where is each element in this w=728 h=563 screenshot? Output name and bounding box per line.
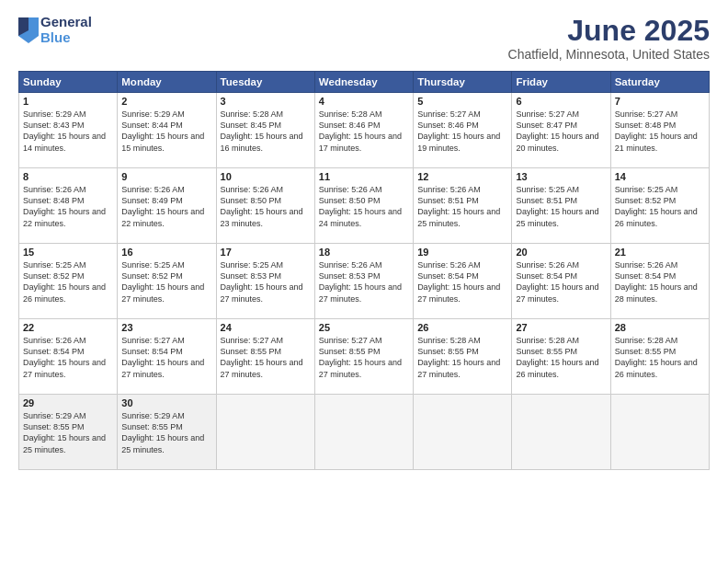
col-friday: Friday [512, 72, 610, 93]
calendar-cell: 8Sunrise: 5:26 AMSunset: 8:48 PMDaylight… [19, 168, 118, 244]
subtitle: Chatfield, Minnesota, United States [508, 47, 710, 62]
calendar-cell: 20Sunrise: 5:26 AMSunset: 8:54 PMDayligh… [512, 244, 610, 319]
cell-info: Sunrise: 5:25 AMSunset: 8:52 PMDaylight:… [121, 260, 204, 303]
calendar-cell: 21Sunrise: 5:26 AMSunset: 8:54 PMDayligh… [610, 244, 709, 319]
calendar-week-5: 29Sunrise: 5:29 AMSunset: 8:55 PMDayligh… [19, 395, 710, 470]
col-saturday: Saturday [610, 72, 709, 93]
calendar-cell: 3Sunrise: 5:28 AMSunset: 8:45 PMDaylight… [216, 93, 314, 168]
cell-info: Sunrise: 5:27 AMSunset: 8:55 PMDaylight:… [221, 336, 303, 378]
day-number: 20 [516, 247, 606, 258]
cell-info: Sunrise: 5:29 AMSunset: 8:44 PMDaylight:… [121, 109, 204, 152]
cell-info: Sunrise: 5:28 AMSunset: 8:55 PMDaylight:… [516, 336, 598, 378]
calendar-cell: 13Sunrise: 5:25 AMSunset: 8:51 PMDayligh… [512, 168, 610, 244]
calendar-cell: 1Sunrise: 5:29 AMSunset: 8:43 PMDaylight… [19, 93, 118, 168]
calendar-cell: 5Sunrise: 5:27 AMSunset: 8:46 PMDaylight… [414, 93, 512, 168]
day-number: 2 [121, 96, 211, 107]
cell-info: Sunrise: 5:26 AMSunset: 8:54 PMDaylight:… [23, 336, 106, 378]
cell-info: Sunrise: 5:26 AMSunset: 8:48 PMDaylight:… [23, 185, 106, 227]
calendar-table: Sunday Monday Tuesday Wednesday Thursday… [18, 71, 710, 470]
calendar-cell: 27Sunrise: 5:28 AMSunset: 8:55 PMDayligh… [512, 319, 610, 395]
day-number: 6 [516, 96, 606, 107]
calendar-cell: 24Sunrise: 5:27 AMSunset: 8:55 PMDayligh… [216, 319, 314, 395]
day-number: 10 [221, 171, 311, 182]
calendar-cell: 11Sunrise: 5:26 AMSunset: 8:50 PMDayligh… [314, 168, 413, 244]
calendar-cell: 29Sunrise: 5:29 AMSunset: 8:55 PMDayligh… [19, 395, 118, 470]
cell-info: Sunrise: 5:25 AMSunset: 8:53 PMDaylight:… [221, 260, 303, 303]
day-number: 29 [23, 397, 113, 408]
calendar-cell [216, 395, 314, 470]
day-number: 23 [121, 322, 211, 333]
calendar-header: Sunday Monday Tuesday Wednesday Thursday… [19, 72, 710, 93]
calendar-cell [610, 395, 709, 470]
calendar-cell: 10Sunrise: 5:26 AMSunset: 8:50 PMDayligh… [216, 168, 314, 244]
title-block: June 2025 Chatfield, Minnesota, United S… [508, 15, 710, 62]
day-number: 17 [221, 247, 311, 258]
page: General Blue June 2025 Chatfield, Minnes… [0, 0, 728, 563]
logo-icon [18, 17, 39, 43]
col-tuesday: Tuesday [216, 72, 314, 93]
cell-info: Sunrise: 5:26 AMSunset: 8:50 PMDaylight:… [319, 185, 402, 227]
col-thursday: Thursday [414, 72, 512, 93]
calendar-cell: 17Sunrise: 5:25 AMSunset: 8:53 PMDayligh… [216, 244, 314, 319]
logo-text: General Blue [40, 15, 92, 45]
day-number: 24 [221, 322, 311, 333]
calendar-cell [314, 395, 413, 470]
cell-info: Sunrise: 5:29 AMSunset: 8:43 PMDaylight:… [23, 109, 106, 152]
calendar-cell: 23Sunrise: 5:27 AMSunset: 8:54 PMDayligh… [118, 319, 216, 395]
cell-info: Sunrise: 5:28 AMSunset: 8:55 PMDaylight:… [417, 336, 500, 378]
cell-info: Sunrise: 5:26 AMSunset: 8:51 PMDaylight:… [417, 185, 500, 227]
calendar-cell [414, 395, 512, 470]
col-sunday: Sunday [19, 72, 118, 93]
cell-info: Sunrise: 5:26 AMSunset: 8:54 PMDaylight:… [615, 260, 698, 303]
calendar-week-4: 22Sunrise: 5:26 AMSunset: 8:54 PMDayligh… [19, 319, 710, 395]
day-number: 18 [319, 247, 409, 258]
cell-info: Sunrise: 5:25 AMSunset: 8:52 PMDaylight:… [23, 260, 106, 303]
cell-info: Sunrise: 5:27 AMSunset: 8:46 PMDaylight:… [417, 109, 500, 152]
calendar-cell: 28Sunrise: 5:28 AMSunset: 8:55 PMDayligh… [610, 319, 709, 395]
col-wednesday: Wednesday [314, 72, 413, 93]
day-number: 5 [417, 96, 507, 107]
main-title: June 2025 [508, 15, 710, 47]
day-number: 15 [23, 247, 113, 258]
day-number: 4 [319, 96, 409, 107]
day-number: 22 [23, 322, 113, 333]
cell-info: Sunrise: 5:27 AMSunset: 8:54 PMDaylight:… [121, 336, 204, 378]
calendar-week-2: 8Sunrise: 5:26 AMSunset: 8:48 PMDaylight… [19, 168, 710, 244]
col-monday: Monday [118, 72, 216, 93]
day-number: 11 [319, 171, 409, 182]
calendar-cell: 25Sunrise: 5:27 AMSunset: 8:55 PMDayligh… [314, 319, 413, 395]
day-number: 30 [121, 397, 211, 408]
cell-info: Sunrise: 5:25 AMSunset: 8:51 PMDaylight:… [516, 185, 598, 227]
header: General Blue June 2025 Chatfield, Minnes… [18, 15, 710, 62]
cell-info: Sunrise: 5:28 AMSunset: 8:55 PMDaylight:… [615, 336, 698, 378]
day-number: 12 [417, 171, 507, 182]
calendar-cell: 14Sunrise: 5:25 AMSunset: 8:52 PMDayligh… [610, 168, 709, 244]
calendar-cell: 12Sunrise: 5:26 AMSunset: 8:51 PMDayligh… [414, 168, 512, 244]
day-number: 25 [319, 322, 409, 333]
cell-info: Sunrise: 5:27 AMSunset: 8:48 PMDaylight:… [615, 109, 698, 152]
logo-general: General [40, 15, 92, 30]
calendar-cell: 22Sunrise: 5:26 AMSunset: 8:54 PMDayligh… [19, 319, 118, 395]
calendar-cell: 30Sunrise: 5:29 AMSunset: 8:55 PMDayligh… [118, 395, 216, 470]
calendar-cell: 16Sunrise: 5:25 AMSunset: 8:52 PMDayligh… [118, 244, 216, 319]
cell-info: Sunrise: 5:26 AMSunset: 8:50 PMDaylight:… [221, 185, 303, 227]
calendar-cell: 26Sunrise: 5:28 AMSunset: 8:55 PMDayligh… [414, 319, 512, 395]
cell-info: Sunrise: 5:28 AMSunset: 8:45 PMDaylight:… [221, 109, 303, 152]
cell-info: Sunrise: 5:27 AMSunset: 8:55 PMDaylight:… [319, 336, 402, 378]
header-row: Sunday Monday Tuesday Wednesday Thursday… [19, 72, 710, 93]
day-number: 3 [221, 96, 311, 107]
logo-blue: Blue [40, 30, 92, 46]
day-number: 21 [615, 247, 705, 258]
day-number: 27 [516, 322, 606, 333]
day-number: 14 [615, 171, 705, 182]
day-number: 7 [615, 96, 705, 107]
calendar-body: 1Sunrise: 5:29 AMSunset: 8:43 PMDaylight… [19, 93, 710, 470]
calendar-cell: 9Sunrise: 5:26 AMSunset: 8:49 PMDaylight… [118, 168, 216, 244]
day-number: 8 [23, 171, 113, 182]
calendar-cell: 15Sunrise: 5:25 AMSunset: 8:52 PMDayligh… [19, 244, 118, 319]
calendar-cell: 4Sunrise: 5:28 AMSunset: 8:46 PMDaylight… [314, 93, 413, 168]
cell-info: Sunrise: 5:26 AMSunset: 8:49 PMDaylight:… [121, 185, 204, 227]
calendar-week-1: 1Sunrise: 5:29 AMSunset: 8:43 PMDaylight… [19, 93, 710, 168]
cell-info: Sunrise: 5:26 AMSunset: 8:54 PMDaylight:… [417, 260, 500, 303]
calendar-cell: 7Sunrise: 5:27 AMSunset: 8:48 PMDaylight… [610, 93, 709, 168]
